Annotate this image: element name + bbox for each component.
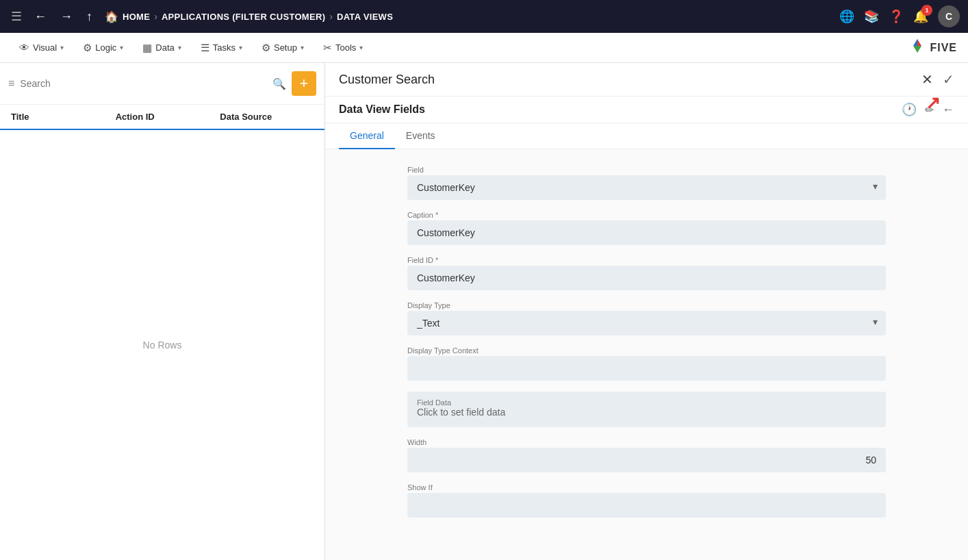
sub-title: Data View Fields — [339, 103, 425, 116]
notification-badge: 1 — [921, 5, 932, 16]
back-arrow-icon[interactable]: ← — [942, 103, 954, 117]
menu-icon[interactable]: ☰ — [8, 6, 25, 27]
five-logo: FIVE — [908, 38, 957, 58]
data-icon: ▦ — [142, 42, 152, 54]
table-body: No Rows — [0, 130, 324, 560]
tabs: General Events — [325, 123, 968, 149]
field-data-group: Field Data Click to set field data — [407, 392, 886, 427]
sub-header-actions: 🕐 ✏ ↗ ← — [902, 102, 954, 117]
left-panel: ≡ 🔍 + Title Action ID Data Source No Row… — [0, 63, 325, 560]
col-action-id: Action ID — [105, 112, 209, 122]
edit-icon[interactable]: ✏ — [925, 103, 934, 116]
menu-visual[interactable]: 👁 Visual ▾ — [11, 38, 72, 58]
svg-marker-0 — [917, 39, 921, 46]
menu-setup-label: Setup — [274, 42, 297, 53]
five-logo-text: FIVE — [930, 42, 957, 54]
display-type-group: Display Type ▾ — [407, 301, 886, 335]
field-id-group: Field ID * — [407, 256, 886, 290]
menu-tools[interactable]: ✂ Tools ▾ — [315, 38, 371, 58]
field-data-placeholder: Click to set field data — [417, 407, 876, 418]
top-right-icons: 🌐 📚 ❓ 🔔 1 C — [839, 5, 960, 27]
menu-data-label: Data — [155, 42, 174, 53]
caption-group: Caption * — [407, 211, 886, 245]
display-type-context-input[interactable] — [407, 356, 886, 381]
menu-tasks-label: Tasks — [213, 42, 235, 53]
notification-icon[interactable]: 🔔 1 — [913, 9, 928, 24]
breadcrumb-sep-2: › — [329, 11, 333, 22]
breadcrumb-view[interactable]: DATA VIEWS — [337, 12, 393, 22]
field-id-label: Field ID * — [407, 256, 886, 264]
caption-label: Caption * — [407, 211, 886, 219]
breadcrumb-home[interactable]: HOME — [123, 12, 150, 22]
field-id-input[interactable] — [407, 266, 886, 290]
main-layout: ≡ 🔍 + Title Action ID Data Source No Row… — [0, 63, 968, 560]
svg-marker-2 — [913, 46, 921, 53]
table-header: Title Action ID Data Source — [0, 105, 324, 130]
logo-icon — [908, 38, 927, 58]
add-button[interactable]: + — [292, 71, 316, 96]
tasks-icon: ☰ — [201, 42, 209, 54]
show-if-label: Show If — [407, 483, 886, 492]
display-type-input[interactable] — [407, 311, 886, 335]
field-input[interactable] — [407, 175, 886, 200]
width-label: Width — [407, 438, 886, 446]
cloud-icon[interactable]: 🌐 — [839, 9, 854, 24]
sub-header: Data View Fields 🕐 ✏ ↗ ← — [325, 97, 968, 123]
tab-events[interactable]: Events — [395, 123, 446, 149]
form-area: Field ▾ Caption * Field ID * Display Typ… — [325, 149, 968, 560]
display-type-context-label: Display Type Context — [407, 346, 886, 355]
logic-icon: ⚙ — [83, 42, 92, 54]
col-data-source: Data Source — [209, 112, 314, 122]
book-icon[interactable]: 📚 — [864, 9, 879, 24]
breadcrumb-app[interactable]: APPLICATIONS (FILTER CUSTOMER) — [162, 12, 325, 22]
filter-icon: ≡ — [8, 77, 14, 90]
top-bar: ☰ ← → ↑ 🏠 HOME › APPLICATIONS (FILTER CU… — [0, 0, 968, 33]
search-input[interactable] — [20, 78, 267, 89]
search-bar: ≡ 🔍 + — [0, 63, 324, 105]
menu-logic-label: Logic — [95, 42, 116, 53]
tools-chevron: ▾ — [359, 44, 363, 51]
field-data-container[interactable]: Field Data Click to set field data — [407, 392, 886, 427]
field-data-label: Field Data — [417, 398, 876, 407]
show-if-input[interactable] — [407, 493, 886, 518]
field-label: Field — [407, 166, 886, 174]
panel-header: Customer Search ✕ ✓ — [325, 63, 968, 97]
visual-icon: 👁 — [19, 42, 29, 53]
no-rows-label: No Rows — [143, 340, 182, 351]
col-title: Title — [11, 112, 105, 122]
close-icon[interactable]: ✕ — [921, 71, 933, 88]
help-icon[interactable]: ❓ — [889, 9, 904, 24]
avatar[interactable]: C — [938, 5, 960, 27]
logic-chevron: ▾ — [120, 44, 123, 51]
menu-tools-label: Tools — [335, 42, 356, 53]
data-chevron: ▾ — [178, 44, 181, 51]
back-button[interactable]: ← — [30, 7, 51, 27]
setup-chevron: ▾ — [301, 44, 304, 51]
caption-input[interactable] — [407, 220, 886, 245]
right-panel: Customer Search ✕ ✓ Data View Fields 🕐 ✏… — [325, 63, 968, 560]
confirm-icon[interactable]: ✓ — [943, 71, 954, 88]
menu-bar: 👁 Visual ▾ ⚙ Logic ▾ ▦ Data ▾ ☰ Tasks ▾ … — [0, 33, 968, 63]
menu-data[interactable]: ▦ Data ▾ — [134, 38, 189, 58]
field-group: Field ▾ — [407, 166, 886, 200]
up-button[interactable]: ↑ — [82, 7, 97, 27]
menu-setup[interactable]: ⚙ Setup ▾ — [253, 38, 312, 58]
tools-icon: ✂ — [323, 42, 332, 54]
history-icon[interactable]: 🕐 — [902, 102, 917, 117]
display-type-context-group: Display Type Context — [407, 346, 886, 381]
width-group: Width — [407, 438, 886, 472]
menu-visual-label: Visual — [33, 42, 57, 53]
breadcrumb-sep-1: › — [154, 11, 157, 22]
tasks-chevron: ▾ — [239, 44, 242, 51]
breadcrumb: 🏠 HOME › APPLICATIONS (FILTER CUSTOMER) … — [105, 10, 834, 23]
forward-button[interactable]: → — [56, 7, 77, 27]
setup-icon: ⚙ — [262, 42, 270, 54]
display-type-label: Display Type — [407, 301, 886, 309]
menu-tasks[interactable]: ☰ Tasks ▾ — [192, 38, 251, 58]
width-input[interactable] — [407, 448, 886, 472]
home-icon: 🏠 — [105, 10, 118, 23]
svg-marker-1 — [913, 39, 917, 46]
show-if-group: Show If — [407, 483, 886, 518]
tab-general[interactable]: General — [339, 123, 395, 149]
menu-logic[interactable]: ⚙ Logic ▾ — [75, 38, 131, 58]
